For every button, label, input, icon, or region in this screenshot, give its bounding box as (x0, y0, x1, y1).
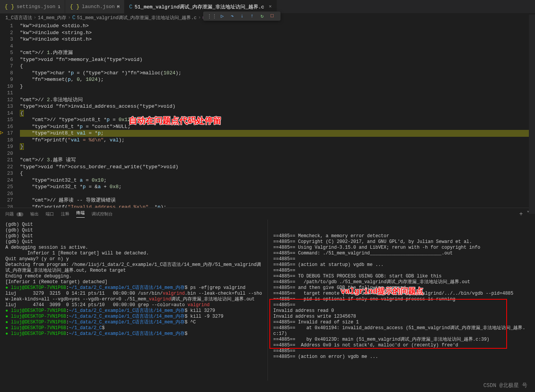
panel-tabs: 问题 1 输出 端口 注释 终端 调试控制台 + ˅ (0, 208, 535, 220)
terminal-right[interactable]: ==4885== Memcheck, a memory error detect… (268, 220, 535, 381)
add-terminal-icon[interactable]: + ˅ (519, 210, 530, 218)
continue-icon[interactable]: ▷ (221, 13, 227, 19)
tab-comments[interactable]: 注释 (61, 211, 69, 217)
tab-problems[interactable]: 问题 1 (5, 211, 23, 217)
line-numbers: 1234567891011121314151617181920212223242… (0, 22, 20, 208)
chevron-right-icon: › (34, 15, 36, 20)
chevron-right-icon: › (198, 15, 201, 20)
tab-label: settings.json (16, 4, 55, 10)
tab-settings-json[interactable]: { } settings.json 1 (0, 0, 65, 13)
annotation-text: 自动在问题点代码处停留 (129, 115, 222, 126)
c-file-icon: C (129, 4, 132, 10)
restart-icon[interactable]: ↻ (261, 13, 267, 19)
code-content[interactable]: "kw">#include <stdio.h>"kw">#include <st… (20, 22, 535, 208)
terminal-left[interactable]: (gdb) Quit(gdb) Quit(gdb) Quit(gdb) Quit… (0, 220, 268, 381)
terminals: (gdb) Quit(gdb) Quit(gdb) Quit(gdb) Quit… (0, 220, 535, 381)
debug-toolbar: ⋮⋮ ▷ ↷ ↓ ↑ ↻ □ (203, 11, 281, 21)
breadcrumb-part[interactable]: 1_C语言语法 (5, 15, 32, 21)
tab-debug-console[interactable]: 调试控制台 (92, 211, 113, 217)
chevron-right-icon: › (68, 15, 71, 20)
tab-label: launch.json (82, 4, 115, 10)
annotation-text: valgrind提示的问题点 (341, 289, 423, 294)
tab-ports[interactable]: 端口 (46, 211, 54, 217)
json-icon: { } (5, 4, 14, 10)
problems-badge: 1 (16, 212, 23, 217)
step-into-icon[interactable]: ↓ (241, 13, 247, 19)
tab-terminal[interactable]: 终端 (76, 210, 85, 218)
close-icon[interactable]: × (269, 4, 272, 10)
bottom-panel: 问题 1 输出 端口 注释 终端 调试控制台 + ˅ (gdb) Quit(gd… (0, 208, 535, 381)
step-out-icon[interactable]: ↑ (251, 13, 257, 19)
step-over-icon[interactable]: ↷ (231, 13, 237, 19)
code-editor[interactable]: 1234567891011121314151617181920212223242… (0, 22, 535, 208)
tab-marker: 1 (58, 5, 61, 9)
c-file-icon: C (72, 15, 75, 21)
watermark: CSDN @北极星 号 (483, 382, 527, 389)
tab-marker: M (117, 5, 120, 9)
json-icon: { } (70, 4, 79, 10)
minimap[interactable] (529, 15, 535, 214)
breadcrumb-part[interactable]: 51_mem_valgrind调试_内存泄漏_非法地址访问_越界.c (77, 15, 197, 21)
drag-handle-icon[interactable]: ⋮⋮ (207, 13, 217, 19)
stop-icon[interactable]: □ (271, 13, 277, 19)
tab-output[interactable]: 输出 (30, 211, 39, 217)
breakpoint-icon[interactable]: ▷ (0, 129, 3, 136)
tab-label: 51_mem_valgrind调试_内存泄漏_非法地址访问_越界.c (135, 3, 264, 10)
tab-launch-json[interactable]: { } launch.json M (65, 0, 125, 13)
breadcrumb-part[interactable]: 14_mem_内存 (38, 15, 66, 21)
